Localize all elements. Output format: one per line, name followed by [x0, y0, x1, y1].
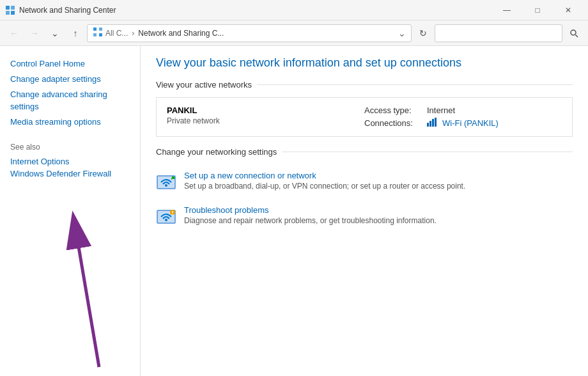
svg-rect-5: [99, 27, 102, 31]
svg-rect-6: [93, 33, 97, 36]
new-connection-item: Set up a new connection or network Set u…: [156, 164, 573, 199]
access-type-row: Access type: Internet: [364, 106, 562, 115]
troubleshoot-desc: Diagnose and repair network problems, or…: [184, 216, 437, 225]
refresh-button[interactable]: ↻: [414, 24, 432, 42]
access-type-value: Internet: [427, 106, 455, 115]
sidebar-item-change-adapter-settings[interactable]: Change adapter settings: [5, 72, 135, 87]
minimize-button[interactable]: —: [492, 0, 522, 20]
search-button[interactable]: [565, 24, 583, 42]
page-title: View your basic network information and …: [156, 56, 573, 70]
address-bar: ← → ⌄ ↑ All C... › Network and Sharing C…: [0, 20, 588, 46]
address-dropdown-button[interactable]: ⌄: [398, 28, 406, 38]
network-card: PANKIL Private network Access type: Inte…: [156, 97, 573, 137]
wifi-name: Wi-Fi (PANKIL): [442, 118, 499, 128]
svg-point-20: [165, 219, 167, 221]
wifi-link[interactable]: Wi-Fi (PANKIL): [427, 118, 499, 129]
close-button[interactable]: ✕: [553, 0, 583, 20]
networking-settings-label: Change your networking settings: [156, 147, 277, 157]
new-connection-icon: [156, 172, 176, 192]
sidebar-item-windows-firewall[interactable]: Windows Defender Firewall: [10, 168, 130, 180]
svg-rect-7: [99, 33, 102, 36]
main-layout: Control Panel Home Change adapter settin…: [0, 46, 588, 376]
sidebar-see-also: See also Internet Options Windows Defend…: [0, 143, 140, 180]
svg-rect-11: [429, 121, 431, 127]
svg-rect-12: [432, 119, 434, 127]
access-type-label: Access type:: [364, 106, 422, 115]
sidebar-item-internet-options[interactable]: Internet Options: [10, 155, 130, 168]
back-button[interactable]: ←: [5, 24, 23, 42]
network-name: PANKIL: [167, 106, 364, 115]
active-networks-label: View your active networks: [156, 80, 252, 90]
troubleshoot-link[interactable]: Troubleshoot problems: [184, 205, 268, 215]
new-connection-content: Set up a new connection or network Set u…: [184, 171, 465, 191]
breadcrumb-part2: Network and Sharing C...: [138, 29, 224, 38]
svg-line-9: [576, 35, 578, 37]
troubleshoot-content: Troubleshoot problems Diagnose and repai…: [184, 205, 437, 225]
svg-point-8: [571, 30, 576, 35]
search-input[interactable]: [435, 24, 562, 42]
up-button[interactable]: ↑: [66, 24, 84, 42]
svg-point-16: [165, 184, 167, 187]
address-box[interactable]: All C... › Network and Sharing C... ⌄: [87, 24, 412, 42]
forward-button[interactable]: →: [26, 24, 43, 42]
network-info: PANKIL Private network: [167, 106, 364, 129]
maximize-button[interactable]: □: [523, 0, 552, 20]
connections-row: Connections: Wi-Fi (PANKIL): [364, 118, 562, 129]
network-access: Access type: Internet Connections:: [364, 106, 562, 129]
svg-rect-13: [435, 118, 437, 127]
sidebar-nav: Control Panel Home Change adapter settin…: [0, 56, 140, 130]
network-type: Private network: [167, 116, 364, 125]
networking-settings-header: Change your networking settings: [156, 147, 573, 157]
svg-rect-3: [11, 11, 15, 15]
breadcrumb-part1: All C...: [105, 29, 128, 38]
troubleshoot-item: Troubleshoot problems Diagnose and repai…: [156, 199, 573, 233]
sidebar-item-control-panel-home[interactable]: Control Panel Home: [5, 56, 135, 72]
svg-rect-1: [11, 6, 15, 10]
connections-label: Connections:: [364, 118, 422, 128]
address-network-icon: [93, 27, 103, 39]
svg-rect-2: [6, 11, 10, 15]
svg-rect-10: [427, 123, 429, 127]
active-networks-header: View your active networks: [156, 80, 573, 90]
window-controls: — □ ✕: [492, 0, 583, 20]
sidebar-item-media-streaming[interactable]: Media streaming options: [5, 114, 135, 130]
networking-settings-divider: [282, 152, 573, 152]
breadcrumb-sep1: ›: [132, 29, 134, 38]
sidebar-item-change-advanced-sharing[interactable]: Change advanced sharing settings: [5, 87, 135, 114]
content-area: View your basic network information and …: [141, 46, 588, 376]
svg-point-23: [172, 214, 173, 215]
window-title: Network and Sharing Center: [19, 6, 492, 15]
active-networks-divider: [257, 84, 573, 85]
svg-rect-0: [6, 6, 10, 10]
wifi-signal-icon: [427, 118, 440, 129]
recent-button[interactable]: ⌄: [46, 24, 64, 42]
title-bar: Network and Sharing Center — □ ✕: [0, 0, 588, 20]
new-connection-desc: Set up a broadband, dial-up, or VPN conn…: [184, 182, 465, 191]
networking-settings: Change your networking settings: [156, 147, 573, 233]
window-icon: [5, 5, 15, 15]
troubleshoot-icon: [156, 207, 176, 227]
new-connection-link[interactable]: Set up a new connection or network: [184, 171, 316, 180]
see-also-title: See also: [10, 143, 130, 152]
svg-rect-4: [93, 27, 97, 31]
sidebar: Control Panel Home Change adapter settin…: [0, 46, 141, 376]
